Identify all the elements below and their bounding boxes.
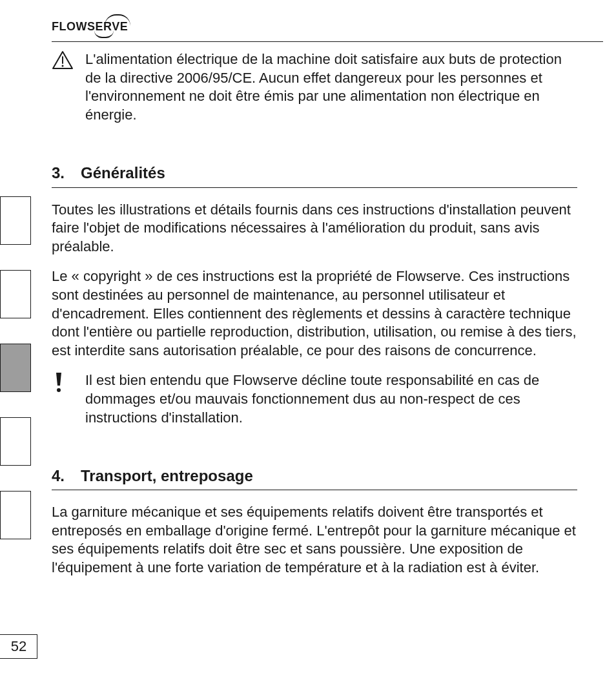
section-divider	[52, 187, 577, 188]
warning-block: L'alimentation électrique de la machine …	[52, 50, 577, 124]
body-paragraph: La garniture mécanique et ses équipement…	[52, 503, 577, 577]
warning-text: L'alimentation électrique de la machine …	[85, 50, 577, 124]
section-heading: 4.Transport, entreposage	[52, 466, 577, 486]
side-tab	[0, 491, 31, 539]
logo-arc-bottom	[94, 30, 114, 38]
notice-block: Il est bien entendu que Flowserve déclin…	[52, 371, 577, 427]
section-heading: 3.Généralités	[52, 163, 577, 183]
notice-text: Il est bien entendu que Flowserve déclin…	[85, 371, 577, 427]
side-tab-active	[0, 344, 31, 392]
svg-point-3	[57, 388, 61, 392]
body-paragraph: Toutes les illustrations et détails four…	[52, 201, 577, 256]
side-tab	[0, 417, 31, 466]
logo-arc-top	[105, 14, 130, 26]
section-number: 4.	[52, 466, 81, 486]
side-tab	[0, 270, 31, 318]
body-paragraph: Le « copyright » de ces instructions est…	[52, 267, 577, 360]
side-tab	[0, 196, 31, 245]
header-divider	[52, 41, 603, 42]
svg-point-2	[62, 65, 64, 67]
manual-page: FLOWSERVE 52 L'alimentation électrique d…	[0, 0, 616, 673]
section-title: Transport, entreposage	[81, 467, 253, 484]
section-number: 3.	[52, 163, 81, 183]
page-content: L'alimentation électrique de la machine …	[52, 50, 577, 589]
exclamation-icon	[52, 371, 81, 393]
section-divider	[52, 490, 577, 490]
page-number: 52	[0, 634, 37, 659]
brand-logo: FLOWSERVE	[52, 19, 128, 34]
warning-triangle-icon	[52, 50, 81, 70]
section-title: Généralités	[81, 164, 165, 181]
